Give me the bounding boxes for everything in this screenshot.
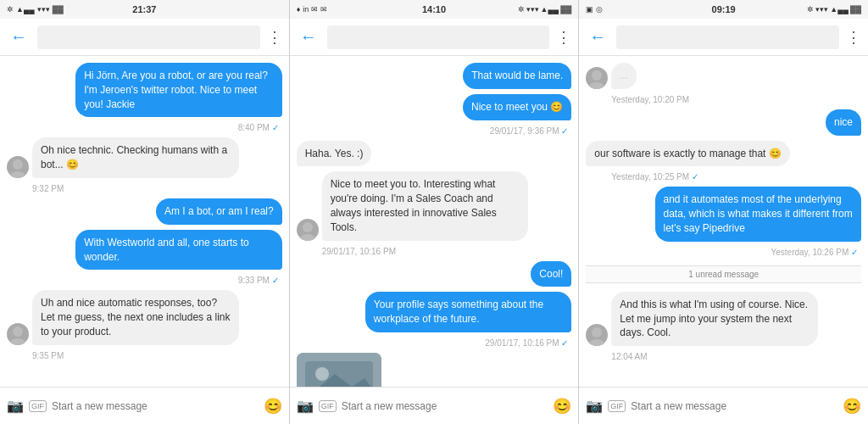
status-icons-right-2: ✲ ▾▾▾ ▲▄▄ ▓▓: [518, 5, 572, 14]
bluetooth-icon: ✲: [7, 5, 14, 14]
bottom-bar-2: 📷 GIF 😊: [290, 387, 579, 424]
top-nav-3: ← ⋮: [579, 19, 868, 56]
msg-meta: 12:04 AM: [586, 352, 861, 361]
msg-meta: 8:40 PM ✓: [7, 123, 282, 132]
msg-row: our software is exactly to manage that 😊: [586, 141, 861, 167]
svg-point-11: [588, 82, 605, 89]
time-2: 14:10: [422, 4, 446, 14]
msg-row: Cool!: [297, 261, 572, 287]
bubble-sent: Cool!: [531, 261, 571, 287]
status-bar-2: ♦ in ✉ ✉ 14:10 ✲ ▾▾▾ ▲▄▄ ▓▓: [290, 0, 579, 19]
msg-row: and it automates most of the underlying …: [586, 187, 861, 241]
status-icons-left-3: ▣ ◎: [586, 5, 603, 14]
bluetooth-icon-2: ✲: [518, 5, 525, 14]
gif-button-2[interactable]: GIF: [319, 400, 337, 412]
avatar: [7, 323, 29, 345]
bubble-received: Oh nice technic. Checking humans with a …: [32, 137, 239, 178]
msg-row: ...: [586, 63, 861, 89]
grid-icon: ▣: [586, 5, 593, 14]
bubble-received: our software is exactly to manage that 😊: [586, 141, 789, 167]
more-icon-1[interactable]: ⋮: [267, 28, 282, 47]
msg-meta: 9:32 PM: [7, 184, 282, 193]
bubble-sent: Nice to meet you 😊: [463, 94, 571, 120]
svg-point-1: [9, 171, 26, 178]
msg-meta: Yesterday, 10:26 PM ✓: [586, 248, 861, 257]
avatar: [297, 219, 319, 241]
wifi-icon-2: ▾▾▾: [526, 5, 539, 14]
camera-icon-2[interactable]: 📷: [297, 398, 314, 414]
msg-row: Uh and nice automatic responses, too? Le…: [7, 290, 282, 344]
svg-point-8: [315, 367, 329, 381]
more-icon-3[interactable]: ⋮: [846, 28, 861, 47]
bubble-received: ...: [611, 63, 637, 89]
wifi-icon: ▾▾▾: [37, 5, 50, 14]
top-nav-1: ← ⋮: [0, 19, 289, 56]
msg-row: Am I a bot, or am I real?: [7, 198, 282, 225]
status-icons-left-1: ✲ ▲▄▄ ▾▾▾ ▓▓: [7, 5, 64, 14]
svg-point-4: [303, 222, 313, 232]
bubble-sent: Hi Jörn, Are you a robot, or are you rea…: [75, 63, 282, 117]
msg-meta: 9:35 PM: [7, 351, 282, 360]
msg-row: Hi Jörn, Are you a robot, or are you rea…: [7, 63, 282, 117]
camera-icon-1[interactable]: 📷: [7, 398, 24, 414]
sim-icon: ♦: [297, 5, 301, 14]
back-button-1[interactable]: ←: [7, 24, 31, 50]
msg-row: [297, 353, 572, 387]
more-icon-2[interactable]: ⋮: [556, 28, 571, 47]
search-input-3[interactable]: [616, 25, 839, 49]
gif-button-1[interactable]: GIF: [29, 400, 47, 412]
emoji-icon-2[interactable]: 😊: [553, 397, 571, 416]
battery-icon-3: ▓▓: [850, 5, 861, 14]
svg-point-12: [592, 327, 602, 338]
search-input-2[interactable]: [327, 25, 550, 49]
avatar: [586, 67, 608, 89]
svg-point-13: [588, 339, 605, 346]
emoji-icon-1[interactable]: 😊: [264, 397, 282, 416]
checkmark: ✓: [272, 276, 279, 285]
msg-row: Oh nice technic. Checking humans with a …: [7, 137, 282, 178]
msg-meta: 29/01/17, 9:36 PM ✓: [297, 126, 572, 136]
message-input-1[interactable]: [52, 400, 259, 412]
checkmark: ✓: [272, 123, 279, 132]
phone-1: ✲ ▲▄▄ ▾▾▾ ▓▓ 21:37 ← ⋮ Hi Jörn, Are you …: [0, 0, 290, 424]
avatar: [7, 156, 29, 178]
bubble-received: And this is what I'm using of course. Ni…: [611, 292, 818, 346]
msg-row: Haha. Yes. :): [297, 141, 572, 167]
back-button-2[interactable]: ←: [297, 24, 320, 50]
battery-icon-2: ▓▓: [560, 5, 571, 14]
message-input-3[interactable]: [631, 400, 837, 412]
bubble-received: Uh and nice automatic responses, too? Le…: [32, 290, 239, 344]
msg-row: Nice to meet you 😊: [297, 94, 572, 120]
gif-button-3[interactable]: GIF: [608, 400, 626, 412]
msg-row: nice: [586, 109, 861, 136]
unread-divider: 1 unread message: [586, 265, 861, 283]
bottom-bar-1: 📷 GIF 😊: [0, 387, 289, 424]
signal-icon-2: ▲▄▄: [541, 5, 559, 14]
signal-icon: ▲▄▄: [16, 5, 35, 14]
time-3: 09:19: [712, 4, 736, 14]
svg-point-10: [592, 70, 602, 81]
bottom-bar-3: 📷 GIF 😊: [579, 387, 868, 424]
message-input-2[interactable]: [342, 400, 548, 412]
bubble-sent: and it automates most of the underlying …: [655, 187, 862, 241]
msg-meta: Yesterday, 10:20 PM: [586, 95, 861, 104]
msg-row: Your profile says something about the wo…: [297, 292, 572, 332]
msg-row: That would be lame.: [297, 63, 572, 89]
time-1: 21:37: [132, 4, 156, 14]
back-button-3[interactable]: ←: [586, 24, 609, 50]
bubble-sent: With Westworld and all, one starts to wo…: [75, 230, 282, 271]
msg-meta: 29/01/17, 10:16 PM: [297, 247, 572, 256]
svg-point-3: [9, 338, 26, 345]
checkmark: ✓: [561, 338, 568, 348]
status-icons-right-3: ✲ ▾▾▾ ▲▄▄ ▓▓: [807, 5, 861, 14]
svg-point-5: [299, 234, 316, 241]
search-input-1[interactable]: [37, 25, 260, 49]
camera-icon-3[interactable]: 📷: [586, 398, 603, 414]
bubble-sent: Am I a bot, or am I real?: [156, 198, 282, 225]
status-icons-left-2: ♦ in ✉ ✉: [297, 5, 328, 14]
bubble-received: Nice to meet you to. Interesting what yo…: [322, 171, 529, 240]
msg-row: And this is what I'm using of course. Ni…: [586, 292, 861, 346]
emoji-icon-3[interactable]: 😊: [843, 397, 861, 416]
msg-meta: 9:33 PM ✓: [7, 276, 282, 285]
bubble-received: Haha. Yes. :): [297, 141, 372, 167]
